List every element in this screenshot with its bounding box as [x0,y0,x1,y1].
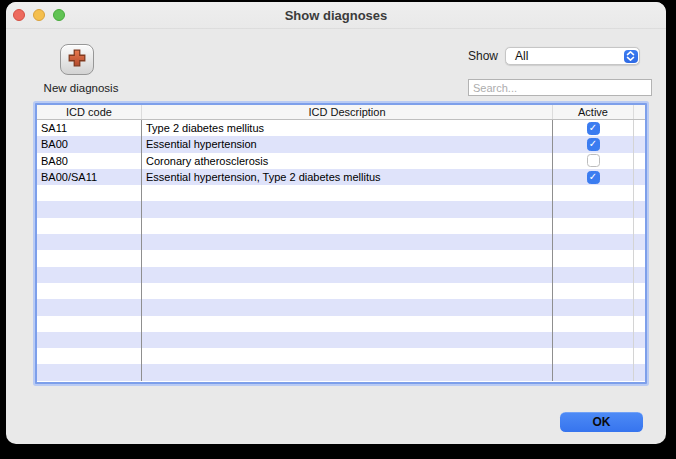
table-row[interactable]: SA11Type 2 diabetes mellitus [37,120,645,136]
show-filter-label: Show [468,49,498,63]
icd-code-cell [37,201,142,217]
icd-code-cell [37,299,142,315]
icd-description-cell [142,185,553,201]
table-row [37,201,645,217]
table-row[interactable]: BA00/SA11Essential hypertension, Type 2 … [37,169,645,185]
table-row[interactable]: BA80Coronary atherosclerosis [37,153,645,169]
active-cell [553,218,634,234]
table-row [37,332,645,348]
active-cell [553,348,634,364]
row-end-strip [634,316,645,332]
table-row [37,283,645,299]
icd-code-cell [37,185,142,201]
icd-description-cell[interactable]: Essential hypertension [142,136,553,152]
table-row [37,250,645,266]
titlebar: Show diagnoses [6,2,666,29]
active-cell [553,120,634,136]
row-end-strip [634,250,645,266]
table-row [37,348,645,364]
table-row [37,299,645,315]
row-end-strip [634,153,645,169]
column-header-icd-code[interactable]: ICD code [37,105,142,119]
row-end-strip [634,234,645,250]
icd-description-cell [142,364,553,380]
icd-description-cell[interactable]: Essential hypertension, Type 2 diabetes … [142,169,553,185]
icd-description-cell [142,316,553,332]
show-diagnoses-window: Show diagnoses New diagnosis Show All [6,2,666,444]
table-row [37,185,645,201]
row-end-strip [634,283,645,299]
icd-code-cell[interactable]: BA00/SA11 [37,169,142,185]
active-cell [553,364,634,380]
icd-description-cell [142,218,553,234]
icd-code-cell [37,283,142,299]
new-diagnosis-label: New diagnosis [26,82,136,94]
show-filter-value: All [515,49,528,64]
active-cell [553,201,634,217]
show-filter-select[interactable]: All [505,47,640,65]
table-row [37,316,645,332]
icd-description-cell[interactable]: Coronary atherosclerosis [142,153,553,169]
icd-description-cell [142,283,553,299]
search-input[interactable] [468,79,652,96]
active-cell [553,250,634,266]
icd-code-cell [37,316,142,332]
column-header-active[interactable]: Active [553,105,634,119]
icd-code-cell [37,364,142,380]
icd-code-cell [37,234,142,250]
icd-description-cell [142,201,553,217]
row-end-strip [634,348,645,364]
ok-button[interactable]: OK [560,412,643,432]
new-diagnosis-button[interactable] [60,44,94,75]
table-row [37,267,645,283]
table-row [37,218,645,234]
active-cell [553,136,634,152]
row-end-strip [634,120,645,136]
table-row[interactable]: BA00Essential hypertension [37,136,645,152]
table-row [37,234,645,250]
row-end-strip [634,218,645,234]
icd-description-cell [142,267,553,283]
table-row [37,364,645,380]
icd-description-cell[interactable]: Type 2 diabetes mellitus [142,120,553,136]
row-end-strip [634,267,645,283]
active-checkbox-checked[interactable] [587,171,600,184]
row-end-strip [634,185,645,201]
row-end-strip [634,364,645,380]
active-cell [553,267,634,283]
active-cell [553,283,634,299]
icd-code-cell [37,348,142,364]
active-cell [553,299,634,315]
column-header-icd-description[interactable]: ICD Description [142,105,553,119]
row-end-strip [634,299,645,315]
active-cell [553,316,634,332]
icd-code-cell [37,332,142,348]
table-body: SA11Type 2 diabetes mellitusBA00Essentia… [37,120,645,381]
column-header-end-strip [634,105,645,119]
row-end-strip [634,136,645,152]
icd-description-cell [142,348,553,364]
active-cell [553,185,634,201]
row-end-strip [634,201,645,217]
icd-code-cell[interactable]: BA80 [37,153,142,169]
icd-description-cell [142,332,553,348]
active-checkbox-unchecked[interactable] [587,154,600,167]
red-cross-icon [66,47,88,73]
active-cell [553,332,634,348]
diagnoses-table: ICD code ICD Description Active SA11Type… [35,103,647,384]
icd-code-cell [37,250,142,266]
active-cell [553,169,634,185]
icd-code-cell [37,218,142,234]
icd-code-cell [37,267,142,283]
window-title: Show diagnoses [6,8,666,23]
icd-code-cell[interactable]: SA11 [37,120,142,136]
row-end-strip [634,332,645,348]
popup-stepper-icon [624,50,638,63]
active-checkbox-checked[interactable] [587,122,600,135]
active-cell [553,153,634,169]
row-end-strip [634,169,645,185]
icd-code-cell[interactable]: BA00 [37,136,142,152]
icd-description-cell [142,250,553,266]
active-checkbox-checked[interactable] [587,138,600,151]
icd-description-cell [142,299,553,315]
